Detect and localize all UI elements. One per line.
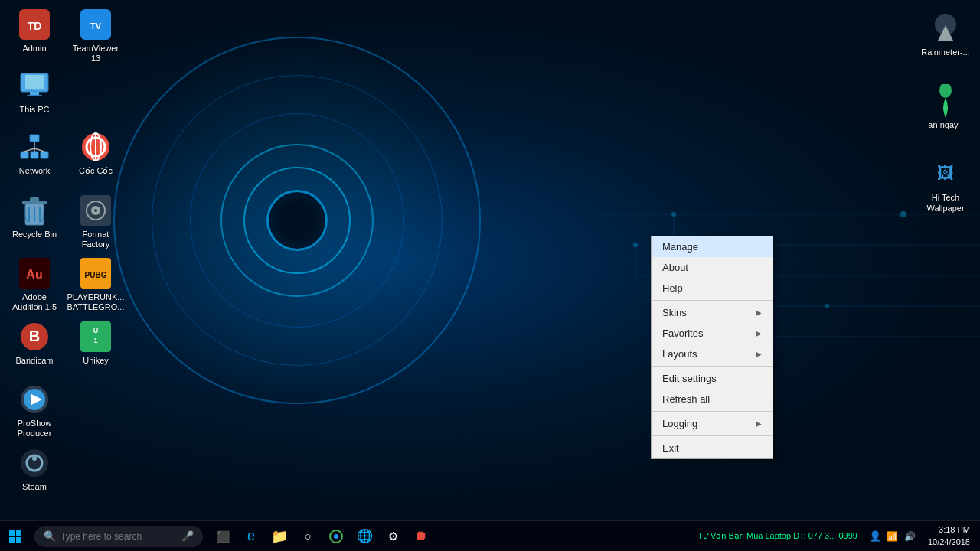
taskbar-settings[interactable]: ⚙	[381, 524, 405, 549]
taskbar-search-box[interactable]: 🔍 🎤	[34, 526, 203, 547]
menu-item-skins[interactable]: Skins ▶	[652, 302, 773, 323]
icon-row-7: Steam	[4, 442, 65, 496]
svg-text:TV: TV	[90, 21, 102, 31]
rainmeter-icon	[929, 11, 962, 45]
desktop-icon-network[interactable]: Network	[4, 126, 65, 180]
menu-item-logging[interactable]: Logging ▶	[652, 413, 773, 434]
desktop-icon-pubg[interactable]: PUBG PLAYERUNK... BATTLEGRO...	[65, 253, 126, 316]
svg-point-12	[825, 304, 829, 308]
desktop-icon-teamviewer[interactable]: TV TeamViewer 13	[65, 4, 126, 67]
bandicam-label: Bandicam	[16, 356, 54, 366]
desktop-icon-proshow[interactable]: ProShow Producer	[4, 379, 65, 442]
thispc-label: This PC	[19, 105, 49, 115]
svg-text:TD: TD	[28, 20, 42, 32]
desktop-icon-recyclebin[interactable]: Recycle Bin	[4, 190, 65, 253]
menu-item-editsettings[interactable]: Edit settings	[652, 368, 773, 389]
taskbar-chrome[interactable]	[324, 524, 348, 549]
taskbar-cortana[interactable]: ○	[296, 524, 320, 549]
menu-item-about[interactable]: About	[652, 257, 773, 278]
menu-item-manage[interactable]: Manage	[652, 236, 773, 257]
admin-label: Admin	[22, 44, 46, 54]
svg-point-9	[633, 243, 638, 247]
desktop-icon-rainmeter[interactable]: Rainmeter-...	[915, 8, 976, 61]
recyclebin-label: Recycle Bin	[12, 230, 57, 240]
menu-item-favorites[interactable]: Favorites ▶	[652, 323, 773, 344]
svg-rect-23	[31, 152, 38, 158]
taskbar-app-icons: ⬛ e 📁 ○ 🌐 ⚙ ⏺	[211, 524, 433, 549]
desktop-icon-adobe[interactable]: Au Adobe Audition 1.5	[4, 253, 65, 316]
pubg-icon: PUBG	[79, 256, 113, 290]
taskbar: 🔍 🎤 ⬛ e 📁 ○ 🌐 ⚙ ⏺ Tư Vấn Bạn Mua Laptop …	[0, 520, 980, 551]
svg-point-60	[939, 84, 952, 98]
svg-point-42	[94, 209, 97, 212]
taskbar-taskview[interactable]: ⬛	[211, 524, 235, 549]
bandicam-icon: B	[18, 320, 51, 354]
formatfactory-label: Format Factory	[69, 230, 122, 249]
search-input[interactable]	[60, 531, 181, 542]
desktop-icon-coccoc[interactable]: Cốc Cốc	[65, 126, 126, 180]
ring-inner	[266, 190, 328, 251]
taskbar-edge[interactable]: e	[239, 524, 263, 549]
taskbar-ie[interactable]: 🌐	[352, 524, 377, 549]
network-label: Network	[19, 166, 50, 176]
tray-network[interactable]: 📶	[885, 524, 900, 549]
desktop-icon-formatfactory[interactable]: Format Factory	[65, 190, 126, 253]
anngay-icon	[929, 84, 962, 118]
taskbar-record[interactable]: ⏺	[409, 524, 433, 549]
start-button[interactable]	[0, 521, 31, 552]
proshow-icon	[18, 383, 51, 416]
clock-date: 10/24/2018	[928, 536, 970, 548]
thispc-icon	[18, 69, 51, 103]
menu-item-exit[interactable]: Exit	[652, 438, 773, 458]
hitech-icon: 🖼	[929, 157, 962, 191]
menu-item-refreshall[interactable]: Refresh all	[652, 389, 773, 409]
unikey-label: Unikey	[83, 356, 109, 366]
icon-row-2: Network Cốc Cốc	[4, 126, 126, 180]
tray-sound[interactable]: 🔊	[903, 524, 918, 549]
windows-logo-icon	[9, 530, 21, 543]
steam-label: Steam	[22, 482, 47, 492]
svg-rect-19	[30, 92, 39, 95]
icon-row-0: TD Admin TV TeamViewer 13	[4, 4, 126, 67]
icon-row-6: ProShow Producer	[4, 379, 65, 442]
menu-separator-1	[652, 300, 773, 301]
icon-row-5: B Bandicam U 1 Unikey	[4, 316, 126, 370]
menu-item-layouts[interactable]: Layouts ▶	[652, 344, 773, 364]
taskbar-folder[interactable]: 📁	[267, 524, 292, 549]
skins-arrow: ▶	[756, 308, 762, 317]
svg-rect-22	[21, 152, 28, 158]
svg-rect-21	[30, 135, 39, 142]
right-icons: Rainmeter-... ăn ngay_ 🖼 Hi Tech Wallpap…	[915, 0, 976, 225]
context-menu: Manage About Help Skins ▶ Favorites ▶ La…	[651, 236, 773, 459]
rainmeter-label: Rainmeter-...	[921, 47, 970, 57]
desktop-icon-steam[interactable]: Steam	[4, 442, 65, 496]
menu-item-help[interactable]: Help	[652, 278, 773, 298]
ticker-text: Tư Vấn Bạn Mua Laptop DT: 077 3... 0999	[691, 531, 864, 541]
icon-row-4: Au Adobe Audition 1.5 PUBG PLAYERUNK... …	[4, 253, 126, 316]
system-tray: 👤 📶 🔊	[867, 524, 918, 549]
proshow-label: ProShow Producer	[8, 419, 61, 439]
desktop-icon-thispc[interactable]: This PC	[4, 65, 65, 119]
svg-text:1: 1	[93, 337, 97, 344]
desktop-icon-hitech[interactable]: 🖼 Hi Tech Wallpaper	[915, 153, 976, 217]
taskbar-right: Tư Vấn Bạn Mua Laptop DT: 077 3... 0999 …	[691, 524, 980, 549]
desktop: TD Admin TV TeamViewer 13	[0, 0, 980, 520]
desktop-icon-admin[interactable]: TD Admin	[4, 4, 65, 67]
taskbar-clock[interactable]: 3:18 PM 10/24/2018	[922, 524, 976, 548]
hitech-label: Hi Tech Wallpaper	[919, 193, 972, 213]
pubg-label: PLAYERUNK... BATTLEGRO...	[67, 292, 125, 312]
desktop-icon-unikey[interactable]: U 1 Unikey	[65, 316, 126, 370]
menu-separator-3	[652, 411, 773, 412]
svg-rect-24	[41, 152, 48, 158]
microphone-icon: 🎤	[181, 530, 194, 542]
clock-time: 3:18 PM	[939, 524, 970, 536]
desktop-icon-bandicam[interactable]: B Bandicam	[4, 316, 65, 370]
svg-point-57	[32, 456, 37, 461]
desktop-icon-anngay[interactable]: ăn ngay_	[915, 80, 976, 134]
recyclebin-icon	[18, 194, 51, 227]
svg-point-11	[900, 211, 906, 217]
svg-text:U: U	[93, 327, 99, 334]
svg-point-55	[21, 449, 48, 477]
icon-row-1: This PC	[4, 65, 65, 119]
tray-user[interactable]: 👤	[867, 524, 883, 549]
